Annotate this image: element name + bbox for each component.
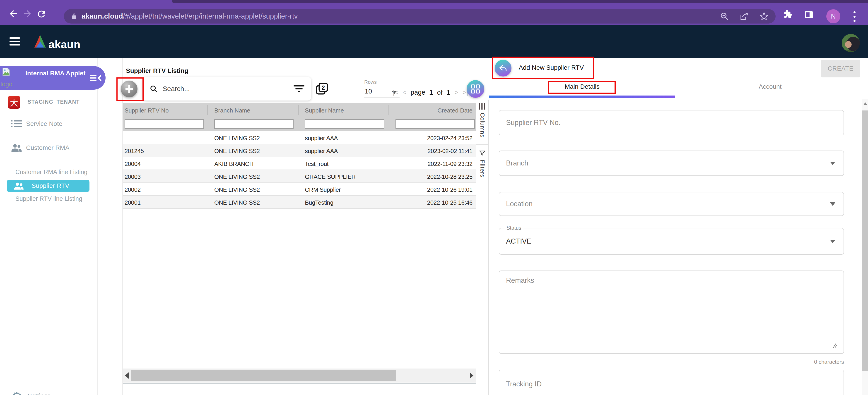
cell-supplier-name: Test_rout [305, 161, 329, 167]
reload-icon[interactable] [36, 9, 46, 19]
cell-created-date: 2022-10-26 19:01 [427, 186, 472, 193]
scroll-right-icon[interactable] [470, 372, 473, 379]
filter-input-branch-name[interactable] [214, 119, 293, 129]
applet-logo-alt-text: logo [0, 80, 12, 88]
cell-supplier-name: supplier AAA [305, 147, 338, 155]
sidebar: logo Internal RMA Applet 大 STAGING_TENAN… [0, 58, 98, 395]
rows-per-page-select[interactable]: 10 [365, 88, 372, 95]
table-row[interactable]: 20002 ONE LIVING SS2 CRM Supplier 2022-1… [123, 183, 476, 196]
customer-rma-people-icon [10, 143, 23, 152]
sidebar-item-customer-rma[interactable]: Customer RMA [26, 144, 69, 152]
prev-page-button[interactable]: < [403, 89, 407, 96]
side-panel-icon[interactable] [804, 9, 814, 20]
forward-icon[interactable] [22, 9, 33, 19]
columns-rail-label: Columns [479, 113, 486, 138]
cell-supplier-name: supplier AAA [305, 135, 338, 142]
url-domain: akaun.cloud [82, 12, 123, 20]
url-path: /#/applet/tnt/wavelet/erp/internal-rma-a… [123, 12, 298, 20]
first-page-button[interactable]: |< [393, 89, 398, 96]
filters-rail-label: Filters [479, 160, 486, 177]
table-row[interactable]: 20003 ONE LIVING SS2 GRACE SUPPLIER 2022… [123, 170, 476, 183]
dropdown-caret-icon[interactable] [830, 202, 835, 206]
table-body: ONE LIVING SS2 supplier AAA 2023-02-24 2… [123, 131, 476, 209]
sidebar-item-customer-rma-line-listing[interactable]: Customer RMA line Listing [16, 169, 87, 176]
sidebar-item-supplier-rtv-label: Supplier RTV [32, 183, 69, 190]
filter-input-supplier-name[interactable] [305, 119, 384, 129]
dropdown-caret-icon[interactable] [830, 240, 835, 243]
remarks-field[interactable]: Remarks [499, 270, 844, 354]
zoom-out-icon[interactable] [720, 12, 729, 21]
hamburger-menu-icon[interactable] [9, 37, 20, 47]
columns-rail-tab[interactable]: Columns [476, 100, 488, 145]
user-avatar[interactable] [842, 34, 860, 52]
page-word: page [411, 89, 425, 96]
location-field[interactable]: Location [499, 192, 844, 216]
cell-supplier-rtv-no: 201245 [125, 147, 144, 155]
current-page-number: 1 [429, 89, 433, 96]
horizontal-scrollbar-thumb[interactable] [131, 370, 396, 381]
back-icon[interactable] [8, 9, 19, 19]
tracking-id-field[interactable]: Tracking ID [499, 370, 844, 395]
cell-supplier-name: GRACE SUPPLIER [305, 173, 355, 180]
duplicate-view-icon[interactable]: 2 [315, 82, 329, 95]
cell-branch-name: AKIB BRANCH [214, 161, 253, 167]
sidebar-item-supplier-rtv-line-listing[interactable]: Supplier RTV line Listing [16, 195, 82, 202]
vertical-scrollbar-thumb[interactable] [862, 110, 868, 371]
column-header-created-date[interactable]: Created Date [437, 107, 472, 114]
grid-view-button[interactable] [467, 80, 484, 98]
column-header-supplier-rtv-no[interactable]: Supplier RTV No [125, 107, 169, 114]
sidebar-item-supplier-rtv[interactable]: Supplier RTV [7, 180, 90, 192]
svg-text:2: 2 [322, 84, 325, 91]
sidebar-item-settings[interactable]: Settings [28, 392, 51, 395]
cell-branch-name: ONE LIVING SS2 [214, 173, 260, 180]
vertical-scrollbar[interactable] [862, 99, 868, 395]
supplier-rtv-no-field[interactable]: Supplier RTV No. [499, 110, 844, 135]
table-row[interactable]: ONE LIVING SS2 supplier AAA 2023-02-24 2… [123, 131, 476, 144]
resize-handle-icon[interactable] [832, 342, 838, 348]
table-header-row: Supplier RTV No Branch Name Supplier Nam… [123, 103, 476, 118]
extensions-puzzle-icon[interactable] [783, 9, 793, 20]
settings-gear-icon[interactable]: ⚙ [12, 390, 22, 395]
filter-list-icon[interactable] [293, 85, 304, 92]
column-header-supplier-name[interactable]: Supplier Name [305, 107, 344, 114]
cell-branch-name: ONE LIVING SS2 [214, 135, 260, 142]
table-row[interactable]: 20004 AKIB BRANCH Test_rout 2022-11-09 2… [123, 157, 476, 170]
table-side-rail: Columns Filters [476, 100, 489, 395]
filters-funnel-icon [479, 150, 486, 157]
tenant-icon[interactable]: 大 [8, 96, 21, 109]
branch-field[interactable]: Branch [499, 151, 844, 176]
supplier-rtv-people-icon [13, 182, 25, 190]
of-word: of [437, 89, 443, 96]
column-header-branch-name[interactable]: Branch Name [214, 107, 250, 114]
filter-input-supplier-rtv-no[interactable] [125, 119, 204, 129]
next-page-button[interactable]: > [455, 89, 459, 96]
search-input[interactable] [163, 85, 293, 93]
bookmark-star-icon[interactable] [759, 11, 769, 21]
annotation-box-add-button [117, 77, 144, 101]
sidebar-item-service-note[interactable]: Service Note [26, 120, 62, 127]
tab-account[interactable]: Account [677, 83, 863, 90]
table-row[interactable]: 20001 ONE LIVING SS2 BugTesting 2022-10-… [123, 196, 476, 209]
cell-supplier-rtv-no: 20001 [125, 199, 141, 206]
create-button[interactable]: CREATE [821, 60, 860, 77]
horizontal-scrollbar[interactable] [123, 368, 476, 383]
status-field[interactable]: Status ACTIVE [499, 228, 844, 255]
browser-menu-icon[interactable] [854, 11, 856, 24]
browser-profile-avatar[interactable]: N [826, 9, 840, 23]
address-bar[interactable]: akaun.cloud/#/applet/tnt/wavelet/erp/int… [64, 9, 776, 24]
dropdown-caret-icon[interactable] [830, 162, 835, 165]
table-row[interactable]: 201245 ONE LIVING SS2 supplier AAA 2023-… [123, 144, 476, 157]
scroll-up-icon[interactable] [863, 102, 867, 105]
akaun-logo-icon [33, 34, 46, 49]
sidebar-item-staging-tenant[interactable]: STAGING_TENANT [28, 99, 80, 105]
cell-created-date: 2022-10-25 16:46 [427, 199, 472, 206]
filters-rail-tab[interactable]: Filters [476, 146, 488, 180]
columns-grip-icon [479, 103, 486, 109]
share-icon[interactable] [739, 11, 749, 21]
akaun-logo-text: akaun [49, 38, 81, 51]
filter-input-created-date[interactable] [396, 119, 475, 129]
sidebar-collapse-icon[interactable] [90, 74, 102, 82]
cell-supplier-rtv-no: 20002 [125, 186, 141, 193]
cell-created-date: 2022-11-09 23:32 [428, 161, 472, 167]
scroll-left-icon[interactable] [125, 372, 129, 379]
